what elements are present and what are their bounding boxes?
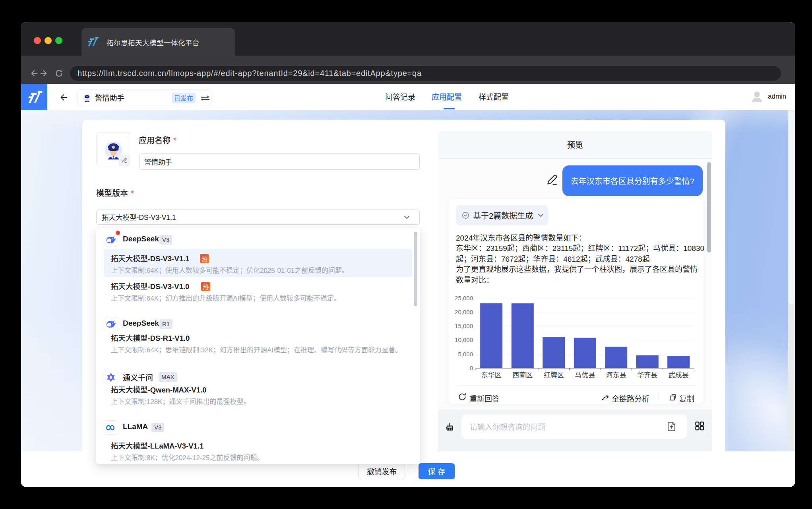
svg-text:红牌区: 红牌区 [544, 369, 564, 379]
svg-text:20,000: 20,000 [455, 309, 473, 315]
svg-text:15,000: 15,000 [455, 322, 473, 329]
svg-text:东华区: 东华区 [481, 369, 502, 379]
svg-text:0: 0 [470, 365, 473, 371]
svg-text:河东县: 河东县 [606, 369, 626, 379]
svg-text:西蔺区: 西蔺区 [512, 369, 533, 379]
svg-text:25,000: 25,000 [455, 295, 473, 301]
svg-text:华齐县: 华齐县 [637, 369, 657, 379]
svg-text:马优县: 马优县 [575, 369, 595, 379]
svg-text:5,000: 5,000 [458, 351, 473, 357]
svg-text:10,000: 10,000 [455, 336, 473, 343]
svg-text:武成县: 武成县 [669, 369, 689, 379]
